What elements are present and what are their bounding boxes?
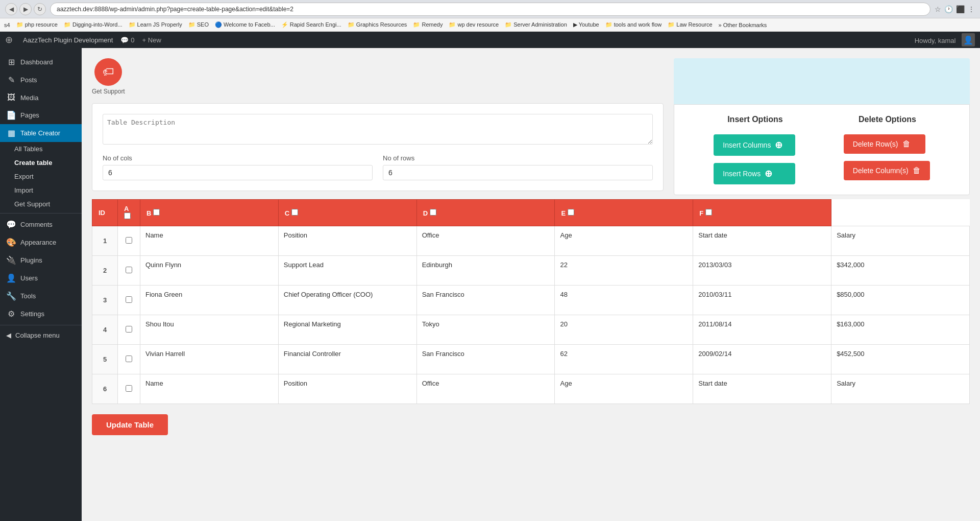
row-6-textarea-4[interactable] [694,375,830,401]
sidebar-item-comments[interactable]: 💬 Comments [0,216,82,233]
row-2-textarea-0[interactable] [141,257,277,282]
row-1-textarea-5[interactable] [832,227,968,253]
row-1-textarea-1[interactable] [280,227,415,253]
bookmark-s4[interactable]: s4 [4,22,10,28]
row-6-textarea-5[interactable] [832,375,968,401]
th-b-checkbox[interactable] [153,209,160,216]
row-6-textarea-0[interactable] [141,375,277,401]
new-item[interactable]: + New [142,36,161,44]
bookmark-other[interactable]: » Other Bookmarks [719,22,767,28]
row-5-textarea-5[interactable] [832,346,968,371]
bookmark-seo[interactable]: 📁 SEO [188,21,209,28]
bookmark-remedy[interactable]: 📁 Remedy [413,21,443,28]
row-1-checkbox[interactable] [126,237,132,244]
rows-input[interactable] [383,165,653,180]
row-1-textarea-3[interactable] [556,227,692,253]
sidebar-sub-export[interactable]: Export [0,170,82,183]
row-2-checkbox[interactable] [126,267,132,273]
bookmark-youtube[interactable]: ▶ Youtube [573,21,599,28]
row-4-textarea-4[interactable] [694,316,830,342]
menu-icon[interactable]: ⋮ [968,5,975,13]
wp-logo[interactable]: ⊕ [5,34,13,45]
delete-columns-button[interactable]: Delete Column(s) 🗑 [844,161,930,180]
row-5-textarea-3[interactable] [556,346,692,371]
row-4-textarea-3[interactable] [556,316,692,342]
bookmark-fb[interactable]: 🔵 Welcome to Faceb... [215,21,275,28]
row-5-textarea-0[interactable] [141,346,277,371]
th-e-checkbox[interactable] [568,209,574,216]
sidebar-item-media[interactable]: 🖼 Media [0,89,82,106]
reload-button[interactable]: ↻ [34,3,46,15]
row-5-checkbox[interactable] [126,356,132,362]
cols-input[interactable] [103,165,373,180]
row-3-checkbox[interactable] [126,296,132,303]
sidebar-item-plugins[interactable]: 🔌 Plugins [0,251,82,269]
th-d-checkbox[interactable] [430,209,436,216]
th-c-checkbox[interactable] [291,209,298,216]
bookmark-js[interactable]: 📁 Learn JS Properly [129,21,182,28]
row-2-textarea-2[interactable] [418,257,554,282]
row-3-textarea-0[interactable] [141,287,277,312]
sidebar-item-posts[interactable]: ✎ Posts [0,71,82,89]
insert-rows-button[interactable]: Insert Rows ⊕ [714,163,795,184]
row-6-checkbox[interactable] [126,385,132,392]
bookmark-rapid[interactable]: ⚡ Rapid Search Engi... [281,21,341,28]
delete-rows-button[interactable]: Delete Row(s) 🗑 [844,134,925,154]
bookmark-digging[interactable]: 📁 Digging-into-Word... [64,21,122,28]
th-a-checkbox[interactable] [124,212,131,219]
sidebar-sub-all-tables[interactable]: All Tables [0,142,82,156]
bookmark-law[interactable]: 📁 Law Resource [668,21,712,28]
ext-icon[interactable]: ⬛ [956,5,965,13]
row-1-textarea-2[interactable] [418,227,554,253]
row-1-textarea-0[interactable] [141,227,277,253]
sidebar-sub-create-table[interactable]: Create table [0,156,82,170]
row-4-textarea-5[interactable] [832,316,968,342]
star-icon[interactable]: ☆ [935,5,941,13]
row-6-textarea-3[interactable] [556,375,692,401]
browser-nav-buttons[interactable]: ◀ ▶ ↻ [5,3,46,15]
row-3-textarea-3[interactable] [556,287,692,312]
bookmark-wpdev[interactable]: 📁 wp dev resource [449,21,499,28]
table-description-textarea[interactable] [103,114,653,145]
sidebar-item-table-creator[interactable]: ▦ Table Creator [0,124,82,142]
sidebar-item-pages[interactable]: 📄 Pages [0,106,82,124]
sidebar-item-appearance[interactable]: 🎨 Appearance [0,233,82,251]
row-3-textarea-4[interactable] [694,287,830,312]
bookmark-graphics[interactable]: 📁 Graphics Resources [348,21,407,28]
insert-columns-button[interactable]: Insert Columns ⊕ [714,134,795,156]
row-5-textarea-1[interactable] [280,346,415,371]
row-5-textarea-2[interactable] [418,346,554,371]
row-5-textarea-4[interactable] [694,346,830,371]
row-2-textarea-3[interactable] [556,257,692,282]
update-table-button[interactable]: Update Table [92,414,168,435]
site-name[interactable]: AazzTech Plugin Development [23,36,113,44]
sidebar-item-dashboard[interactable]: ⊞ Dashboard [0,53,82,71]
row-6-textarea-1[interactable] [280,375,415,401]
row-4-textarea-0[interactable] [141,316,277,342]
sidebar-item-tools[interactable]: 🔧 Tools [0,287,82,305]
history-icon[interactable]: 🕐 [944,5,953,13]
row-2-textarea-1[interactable] [280,257,415,282]
sidebar-item-users[interactable]: 👤 Users [0,269,82,287]
collapse-menu-item[interactable]: ◀ Collapse menu [0,327,82,343]
address-bar[interactable]: aazztech.dev:8888/wp-admin/admin.php?pag… [50,3,930,16]
row-2-textarea-5[interactable] [832,257,968,282]
sidebar-sub-import[interactable]: Import [0,183,82,197]
bookmark-php[interactable]: 📁 php resource [16,21,58,28]
row-6-textarea-2[interactable] [418,375,554,401]
forward-button[interactable]: ▶ [19,3,32,15]
row-3-textarea-2[interactable] [418,287,554,312]
row-4-textarea-1[interactable] [280,316,415,342]
sidebar-sub-get-support[interactable]: Get Support [0,197,82,211]
bookmark-tools[interactable]: 📁 tools and work flow [605,21,662,28]
row-4-checkbox[interactable] [126,326,132,333]
get-support-button[interactable]: 🏷 [94,58,122,86]
row-1-textarea-4[interactable] [694,227,830,253]
row-4-textarea-2[interactable] [418,316,554,342]
row-3-textarea-5[interactable] [832,287,968,312]
back-button[interactable]: ◀ [5,3,17,15]
row-3-textarea-1[interactable] [280,287,415,312]
row-2-textarea-4[interactable] [694,257,830,282]
th-f-checkbox[interactable] [705,209,712,216]
sidebar-item-settings[interactable]: ⚙ Settings [0,305,82,323]
